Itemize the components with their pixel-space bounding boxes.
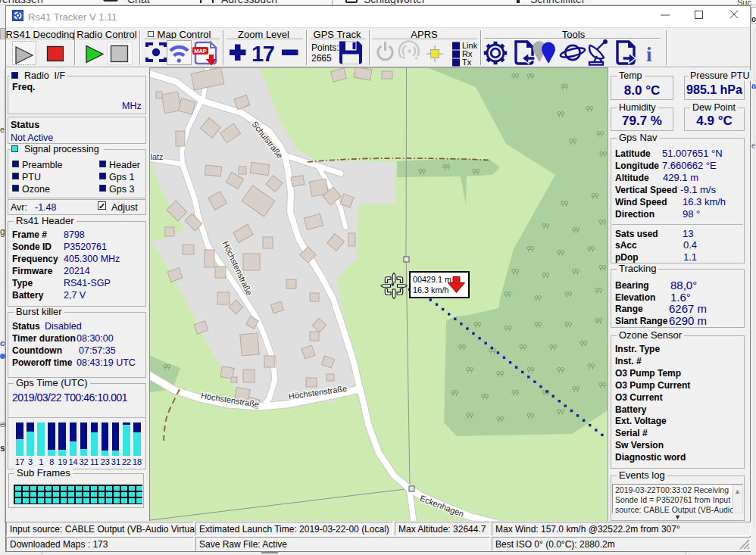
svg-text:Tx: Tx <box>462 58 472 67</box>
svg-text:MAP: MAP <box>194 48 207 55</box>
svg-text:17: 17 <box>251 42 274 66</box>
svg-text:i: i <box>646 43 652 66</box>
svg-text:latz: latz <box>150 152 163 161</box>
svg-text:16.3 km/h: 16.3 km/h <box>413 285 448 295</box>
svg-text:00429.1 m: 00429.1 m <box>413 275 451 284</box>
